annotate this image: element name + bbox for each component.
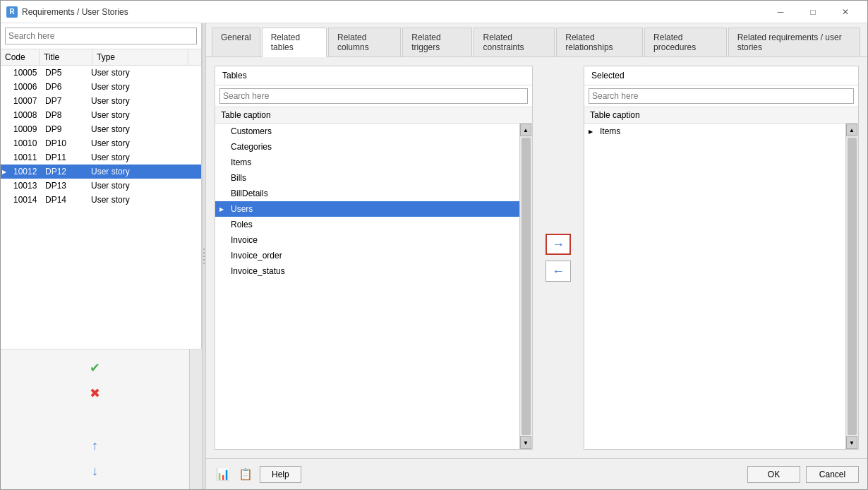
tables-scroll-up[interactable]: ▲ [520, 124, 531, 136]
list-item[interactable]: Customers [215, 124, 519, 139]
list-item[interactable]: Bills [215, 170, 519, 186]
list-item[interactable]: ▶Users [215, 201, 519, 217]
tab-related-triggers[interactable]: Related triggers [402, 28, 472, 56]
table-row[interactable]: ▶10012DP12User story [1, 165, 201, 179]
cell-title: DP10 [42, 138, 88, 148]
list-item[interactable]: Categories [215, 139, 519, 155]
list-item[interactable]: Roles [215, 217, 519, 232]
selected-column-header: Table caption [584, 107, 845, 123]
table-row[interactable]: 10009DP9User story [1, 122, 201, 136]
tables-search-input[interactable] [219, 88, 528, 104]
selected-search-input[interactable] [589, 88, 854, 104]
table-row[interactable]: 10014DP14User story [1, 193, 201, 207]
list-item[interactable]: ▶Items [584, 124, 845, 139]
item-name: BillDetails [228, 189, 519, 198]
tables-header-scroll [519, 107, 532, 123]
table-row[interactable]: 10011DP11User story [1, 150, 201, 165]
list-item[interactable]: Invoice_order [215, 248, 519, 263]
cell-title: DP7 [42, 96, 88, 106]
cancel-button[interactable]: Cancel [806, 466, 859, 483]
cell-type: User story [88, 167, 201, 177]
cell-type: User story [88, 82, 201, 92]
tables-scroll-down[interactable]: ▼ [520, 436, 531, 449]
move-left-button[interactable]: ← [545, 261, 571, 282]
transfer-buttons-panel: → ← [541, 66, 575, 450]
table-row[interactable]: 10007DP7User story [1, 94, 201, 108]
cell-title: DP9 [42, 124, 88, 134]
selected-section: Selected Table caption ▶Items ▲ [584, 66, 859, 450]
cell-title: DP8 [42, 110, 88, 120]
close-button[interactable]: ✕ [829, 1, 862, 23]
title-bar: R Requirements / User Stories ─ □ ✕ [1, 1, 867, 23]
row-indicator: ▶ [2, 169, 11, 175]
ok-button[interactable]: OK [747, 466, 800, 483]
table-row[interactable]: 10006DP6User story [1, 80, 201, 94]
tab-related-constraints[interactable]: Related constraints [474, 28, 555, 56]
header-code: Code [1, 49, 40, 65]
list-item[interactable]: Items [215, 155, 519, 170]
selected-search-box [584, 85, 858, 107]
table-row[interactable]: 10013DP13User story [1, 179, 201, 193]
item-name: Roles [228, 220, 519, 229]
cell-title: DP14 [42, 195, 88, 205]
tables-search-box [215, 85, 532, 107]
item-name: Categories [228, 142, 519, 152]
data-list: 10005DP5User story10006DP6User story1000… [1, 66, 201, 349]
tab-related-tables[interactable]: Related tables [262, 28, 327, 57]
table-row[interactable]: 10010DP10User story [1, 136, 201, 150]
cell-type: User story [88, 138, 201, 148]
minimize-button[interactable]: ─ [764, 1, 797, 23]
scroll-header [188, 49, 201, 65]
table-row[interactable]: 10008DP8User story [1, 108, 201, 122]
maximize-button[interactable]: □ [797, 1, 829, 23]
tables-scrollbar[interactable]: ▲ ▼ [519, 124, 532, 449]
left-panel-scrollbar[interactable] [189, 349, 202, 489]
tab-related-relationships[interactable]: Related relationships [556, 28, 643, 56]
selected-scrollbar[interactable]: ▲ ▼ [845, 124, 858, 449]
tabs-bar: GeneralRelated tablesRelated columnsRela… [206, 23, 867, 57]
help-button[interactable]: Help [260, 466, 301, 483]
list-item[interactable]: BillDetails [215, 186, 519, 201]
tables-list-container: CustomersCategoriesItemsBillsBillDetails… [215, 124, 532, 449]
tab-related-columns[interactable]: Related columns [328, 28, 401, 56]
list-item[interactable]: Invoice_status [215, 263, 519, 279]
cell-type: User story [88, 110, 201, 120]
item-name: Items [228, 157, 519, 167]
cell-title: DP6 [42, 82, 88, 92]
left-search-input[interactable] [5, 28, 197, 44]
bottom-bar: 📊 📋 Help OK Cancel [206, 458, 867, 489]
cell-type: User story [88, 68, 201, 78]
tab-related-procedures[interactable]: Related procedures [644, 28, 727, 56]
item-name: Items [597, 126, 845, 136]
cell-code: 10012 [11, 167, 42, 177]
confirm-button[interactable]: ✔ [85, 358, 105, 378]
window-title: Requirements / User Stories [22, 7, 760, 17]
tables-scroll-thumb[interactable] [522, 138, 531, 435]
cell-type: User story [88, 195, 201, 205]
left-panel: Code Title Type 10005DP5User story10006D… [1, 23, 202, 489]
cancel-left-button[interactable]: ✖ [85, 383, 105, 403]
main-content: Code Title Type 10005DP5User story10006D… [1, 23, 867, 489]
tab-general[interactable]: General [212, 28, 260, 56]
move-right-button[interactable]: → [545, 234, 571, 255]
selected-scroll-thumb[interactable] [848, 138, 857, 435]
table-row[interactable]: 10005DP5User story [1, 66, 201, 80]
cell-title: DP12 [42, 167, 88, 177]
selected-list-header: Table caption [584, 107, 858, 124]
nav-up-button[interactable]: ↑ [85, 436, 105, 455]
bottom-icon-2[interactable]: 📋 [237, 466, 254, 483]
nav-down-button[interactable]: ↓ [85, 461, 105, 481]
selected-scroll-down[interactable]: ▼ [846, 436, 857, 449]
header-title: Title [40, 49, 92, 65]
tab-related-requirements---user-stories[interactable]: Related requirements / user stories [728, 28, 860, 56]
selected-header-scroll [845, 107, 858, 123]
header-type: Type [92, 49, 188, 65]
list-item[interactable]: Invoice [215, 232, 519, 248]
selected-scroll-up[interactable]: ▲ [846, 124, 857, 136]
item-name: Customers [228, 126, 519, 136]
bottom-icon-1[interactable]: 📊 [215, 466, 231, 483]
tables-list-header: Table caption [215, 107, 532, 124]
cell-code: 10006 [11, 82, 42, 92]
tables-section-title: Tables [215, 66, 532, 85]
cell-code: 10013 [11, 181, 42, 191]
